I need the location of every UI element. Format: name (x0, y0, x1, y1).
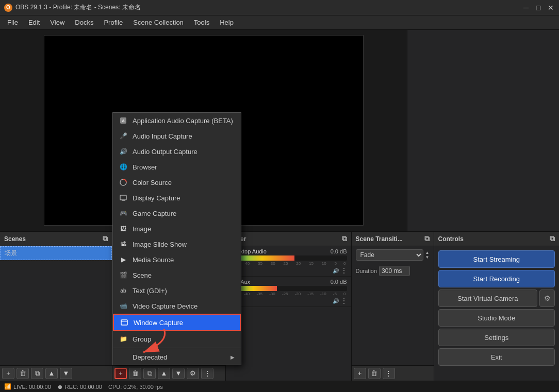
display-capture-label: Display Capture (133, 194, 180, 202)
dropdown-item-game-capture[interactable]: 🎮 Game Capture (113, 206, 241, 221)
game-capture-label: Game Capture (133, 210, 176, 217)
maximize-button[interactable]: □ (534, 4, 542, 12)
dropdown-item-display-capture[interactable]: Display Capture (113, 190, 241, 206)
controls-content: Start Streaming Start Recording Start Vi… (434, 246, 560, 381)
menu-file[interactable]: File (2, 16, 23, 28)
scene-item[interactable]: 场景 (0, 246, 112, 260)
dropdown-item-color-source[interactable]: Color Source (113, 175, 241, 190)
bottom-area: Scenes ⧉ 场景 + 🗑 ⧉ ▲ ▼ No source selected… (0, 231, 559, 381)
dropdown-item-image[interactable]: 🖼 Image (113, 221, 241, 236)
dropdown-item-text-gdi[interactable]: ab Text (GDI+) (113, 283, 241, 298)
scenes-panel-header: Scenes ⧉ (0, 232, 112, 246)
source-copy-button[interactable]: ⧉ (143, 368, 156, 379)
dropdown-item-deprecated[interactable]: Deprecated ▶ (113, 349, 241, 365)
source-dots-button[interactable]: ⋮ (201, 368, 213, 379)
source-down-button[interactable]: ▼ (172, 368, 185, 379)
transition-content: Fade ▲ ▼ Duration (352, 246, 434, 365)
dropdown-item-audio-input[interactable]: 🎤 Audio Input Capture (113, 128, 241, 144)
app-icon: O (4, 4, 12, 12)
controls-panel-icon[interactable]: ⧉ (550, 234, 555, 243)
menu-profile[interactable]: Profile (98, 16, 128, 28)
source-remove-button[interactable]: 🗑 (129, 368, 141, 379)
scene-remove-button[interactable]: 🗑 (17, 368, 29, 379)
dropdown-item-browser[interactable]: 🌐 Browser (113, 159, 241, 175)
window-capture-label: Window Capture (134, 319, 183, 327)
menu-help[interactable]: Help (215, 16, 239, 28)
audio-output-label: Audio Output Capture (133, 148, 198, 156)
rec-status: ⏺ REC: 00:00:00 (57, 384, 102, 390)
dropdown-item-media-source[interactable]: ▶ Media Source (113, 252, 241, 267)
mixer-desktop-dots[interactable]: ⋮ (341, 267, 347, 274)
color-source-label: Color Source (133, 179, 172, 186)
transition-footer: + 🗑 ⋮ (352, 365, 434, 381)
source-add-button[interactable]: + (114, 368, 127, 379)
dropdown-item-window-capture[interactable]: Window Capture (113, 314, 241, 331)
transition-arrows: ▲ ▼ (425, 251, 430, 260)
start-streaming-button[interactable]: Start Streaming (438, 250, 555, 268)
duration-input[interactable] (379, 266, 410, 276)
dropdown-item-group[interactable]: 📁 Group (113, 331, 241, 347)
video-capture-label: Video Capture Device (133, 302, 198, 310)
dropdown-item-image-slideshow[interactable]: 📽 Image Slide Show (113, 236, 241, 252)
image-icon: 🖼 (119, 225, 127, 233)
menu-docks[interactable]: Docks (70, 16, 98, 28)
top-area (0, 30, 559, 231)
mixer-desktop-vol-icon[interactable]: 🔊 (333, 268, 339, 274)
mixer-mic-vol-icon[interactable]: 🔊 (333, 298, 339, 304)
dropdown-item-video-capture[interactable]: 📹 Video Capture Device (113, 298, 241, 314)
start-recording-button[interactable]: Start Recording (438, 270, 555, 287)
mixer-panel-icon[interactable]: ⧉ (342, 234, 347, 243)
scene-add-button[interactable]: + (2, 368, 14, 379)
start-virtual-camera-button[interactable]: Start Virtual Camera (438, 289, 538, 307)
transition-type-select[interactable]: Fade (356, 249, 423, 261)
audio-output-icon: 🔊 (119, 147, 127, 156)
right-panels (407, 30, 559, 231)
image-label: Image (133, 225, 151, 233)
cpu-status: CPU: 0.2%, 30.00 fps (108, 384, 163, 390)
settings-button[interactable]: Settings (438, 329, 555, 346)
live-status: 📶 LIVE: 00:00:00 (4, 383, 51, 390)
controls-panel-title: Controls (438, 235, 464, 243)
scenes-panel-icon[interactable]: ⧉ (103, 234, 108, 243)
mixer-channel-desktop: Desktop Audio 0.0 dB -45 -40 -35 -30 -25… (226, 246, 351, 277)
dropdown-item-audio-output[interactable]: 🔊 Audio Output Capture (113, 144, 241, 159)
exit-button[interactable]: Exit (438, 348, 555, 366)
mixer-mic-bar-bg (230, 286, 347, 291)
audio-input-label: Audio Input Capture (133, 132, 192, 140)
transition-panel-icon[interactable]: ⧉ (424, 234, 430, 243)
menu-view[interactable]: View (45, 16, 70, 28)
transition-up-icon[interactable]: ▲ (425, 251, 430, 255)
virtual-camera-gear-button[interactable]: ⚙ (539, 289, 555, 307)
window-capture-icon (120, 318, 128, 327)
dropdown-item-scene[interactable]: 🎬 Scene (113, 267, 241, 283)
scene-copy-button[interactable]: ⧉ (31, 368, 43, 379)
menu-edit[interactable]: Edit (23, 16, 45, 28)
dropdown-item-app-audio[interactable]: A Application Audio Capture (BETA) (113, 113, 241, 128)
mixer-mic-dots[interactable]: ⋮ (341, 297, 347, 304)
transition-down-icon[interactable]: ▼ (425, 255, 430, 260)
studio-mode-button[interactable]: Studio Mode (438, 309, 555, 327)
minimize-button[interactable]: ─ (522, 4, 530, 12)
video-capture-icon: 📹 (119, 302, 127, 310)
menu-tools[interactable]: Tools (189, 16, 215, 28)
transition-panel: Scene Transiti... ⧉ Fade ▲ ▼ Duration (352, 232, 434, 381)
source-dropdown: A Application Audio Capture (BETA) 🎤 Aud… (112, 112, 241, 365)
transition-add-button[interactable]: + (354, 368, 366, 379)
source-gear-button[interactable]: ⚙ (187, 368, 199, 379)
mixer-mic-db: 0.0 dB (331, 279, 347, 285)
mixer-desktop-db: 0.0 dB (331, 248, 347, 254)
mixer-desktop-bar-bg (230, 255, 347, 261)
menu-scene-collection[interactable]: Scene Collection (128, 16, 189, 28)
live-text: LIVE: 00:00:00 (13, 384, 51, 390)
transition-remove-button[interactable]: 🗑 (368, 368, 381, 379)
sources-footer: + 🗑 ⧉ ▲ ▼ ⚙ ⋮ (112, 365, 225, 381)
scene-up-button[interactable]: ▲ (45, 368, 58, 379)
close-button[interactable]: ✕ (547, 4, 555, 12)
scene-down-button[interactable]: ▼ (60, 368, 72, 379)
transition-dots-button[interactable]: ⋮ (383, 368, 395, 379)
source-up-button[interactable]: ▲ (158, 368, 170, 379)
image-slideshow-icon: 📽 (119, 240, 127, 248)
game-capture-icon: 🎮 (119, 209, 127, 217)
mixer-mic-controls: 🔊 ⋮ (230, 297, 347, 304)
rec-text: REC: 00:00:00 (65, 384, 102, 390)
